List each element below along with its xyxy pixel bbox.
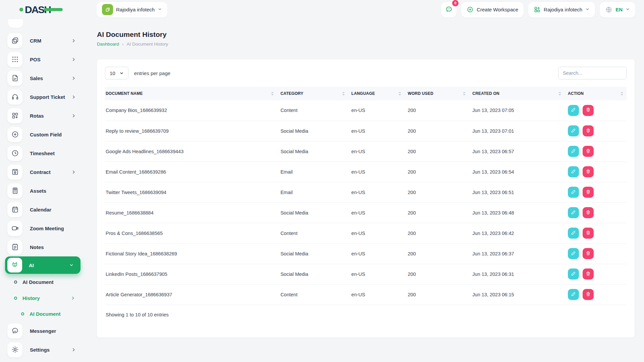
sidebar-item-contract[interactable]: Contract [0, 163, 87, 181]
edit-button[interactable] [568, 146, 579, 157]
edit-button[interactable] [568, 289, 579, 300]
sidebar-item-assets[interactable]: Assets [0, 181, 87, 200]
zoom-meeting-icon [7, 221, 22, 236]
cell-language: en-US [348, 162, 405, 182]
delete-button[interactable] [583, 105, 594, 116]
edit-button[interactable] [568, 248, 579, 259]
sidebar-item-label: Support Ticket [30, 94, 65, 100]
delete-button[interactable] [583, 146, 594, 157]
sidebar-nav-bottom: MessengerSettings [0, 321, 87, 359]
edit-button[interactable] [568, 187, 579, 198]
history-card: 10 entries per page DOCUMENT NAMECATEGOR… [97, 59, 635, 338]
cell-category: Content [277, 100, 348, 121]
column-header-document-name[interactable]: DOCUMENT NAME [105, 87, 277, 100]
edit-button[interactable] [568, 166, 579, 177]
breadcrumb-current: AI Document History [127, 42, 168, 47]
cell-created: Jun 13, 2023 06:51 [469, 182, 565, 202]
column-header-action[interactable]: ACTION [565, 87, 627, 100]
language-menu[interactable]: EN [600, 2, 635, 17]
workspace-switcher[interactable]: Rajodiya infotech [97, 2, 167, 17]
cell-language: en-US [348, 121, 405, 141]
delete-button[interactable] [583, 268, 594, 280]
globe-icon [605, 6, 612, 13]
messages-button[interactable]: 0 [441, 2, 457, 17]
table-header-row: DOCUMENT NAMECATEGORYLANGUAGEWORD USEDCR… [105, 87, 627, 100]
sidebar-item-ai[interactable]: AI [5, 256, 80, 274]
table-row: LinkedIn Posts_1686637905Social Mediaen-… [105, 264, 627, 284]
cell-category: Content [277, 223, 348, 243]
cell-created: Jun 13, 2023 06:42 [469, 223, 565, 243]
sidebar-subitem-history[interactable]: History [0, 290, 87, 306]
table-row: Article Generator_1686636937Contenten-US… [105, 284, 627, 305]
cell-words: 200 [405, 182, 469, 202]
workspace-name: Rajodiya infotech [116, 7, 155, 12]
cell-actions [565, 141, 627, 162]
pencil-icon [571, 291, 576, 298]
sales-icon [7, 71, 22, 86]
cell-language: en-US [348, 141, 405, 162]
page-size-select[interactable]: 10 [105, 67, 128, 79]
cell-category: Social Media [277, 141, 348, 162]
brand-logo[interactable]: DASH [19, 4, 83, 15]
delete-button[interactable] [583, 228, 594, 239]
notes-icon [7, 240, 22, 255]
pencil-icon [571, 148, 576, 155]
delete-button[interactable] [583, 166, 594, 177]
workspace-avatar-icon [102, 4, 113, 15]
edit-button[interactable] [568, 228, 579, 239]
column-header-word-used[interactable]: WORD USED [405, 87, 469, 100]
contract-icon [7, 165, 22, 180]
sidebar-item-sales[interactable]: Sales [0, 69, 87, 87]
sidebar-subitem-ai-document[interactable]: AI Document [0, 274, 87, 290]
sidebar: CRMPOSSalesSupport TicketRotasCustom Fie… [0, 19, 87, 362]
column-header-language[interactable]: LANGUAGE [348, 87, 405, 100]
chevron-right-icon [71, 114, 76, 118]
sidebar-item-label: Settings [30, 347, 50, 353]
cell-name: Twitter Tweets_1686639094 [105, 182, 277, 202]
cell-language: en-US [348, 100, 405, 121]
sidebar-item-custom-field[interactable]: Custom Field [0, 125, 87, 144]
sidebar-item-support-ticket[interactable]: Support Ticket [0, 87, 87, 106]
delete-button[interactable] [583, 289, 594, 300]
edit-button[interactable] [568, 268, 579, 280]
main-content: AI Document History Dashboard › AI Docum… [87, 19, 644, 362]
company-menu[interactable]: Rajodiya infotech [528, 2, 595, 17]
sidebar-item-label: Zoom Meeting [30, 226, 64, 231]
sidebar-item-notes[interactable]: Notes [0, 238, 87, 256]
breadcrumb-dashboard-link[interactable]: Dashboard [97, 42, 119, 47]
edit-button[interactable] [568, 207, 579, 218]
edit-button[interactable] [568, 105, 579, 116]
sort-arrows-icon [342, 92, 345, 96]
create-workspace-button[interactable]: Create Workspace [461, 2, 524, 17]
delete-button[interactable] [583, 248, 594, 259]
delete-button[interactable] [583, 187, 594, 198]
cell-name: Resume_1686638884 [105, 202, 277, 223]
search-input[interactable] [558, 67, 627, 79]
sidebar-item-label: CRM [30, 38, 41, 44]
messages-badge: 0 [452, 0, 459, 6]
sidebar-item-zoom-meeting[interactable]: Zoom Meeting [0, 219, 87, 238]
ai-icon [7, 258, 22, 273]
sidebar-item-settings[interactable]: Settings [0, 340, 87, 359]
sidebar-subitem-ai-document-nested[interactable]: AI Document [0, 306, 87, 321]
column-header-category[interactable]: CATEGORY [277, 87, 348, 100]
sidebar-item-rotas[interactable]: Rotas [0, 106, 87, 125]
sidebar-item-pos[interactable]: POS [0, 50, 87, 69]
sidebar-item-calendar[interactable]: Calendar [0, 200, 87, 219]
pos-icon [7, 52, 22, 67]
language-code: EN [615, 7, 623, 12]
sidebar-item-messenger[interactable]: Messenger [0, 321, 87, 340]
column-header-created-on[interactable]: CREATED ON [469, 87, 565, 100]
cell-actions [565, 223, 627, 243]
delete-button[interactable] [583, 125, 594, 136]
sidebar-item-label: Timesheet [30, 150, 55, 156]
cell-name: Fictional Story Idea_1686638269 [105, 243, 277, 264]
sidebar-item-timesheet[interactable]: Timesheet [0, 144, 87, 163]
delete-button[interactable] [583, 207, 594, 218]
sidebar-item-crm[interactable]: CRM [0, 31, 87, 50]
trash-icon [585, 230, 591, 237]
cell-created: Jun 13, 2023 06:37 [469, 243, 565, 264]
cell-name: Google Ads Headlines_1686639443 [105, 141, 277, 162]
edit-button[interactable] [568, 125, 579, 136]
cell-name: Pros & Cons_1686638565 [105, 223, 277, 243]
